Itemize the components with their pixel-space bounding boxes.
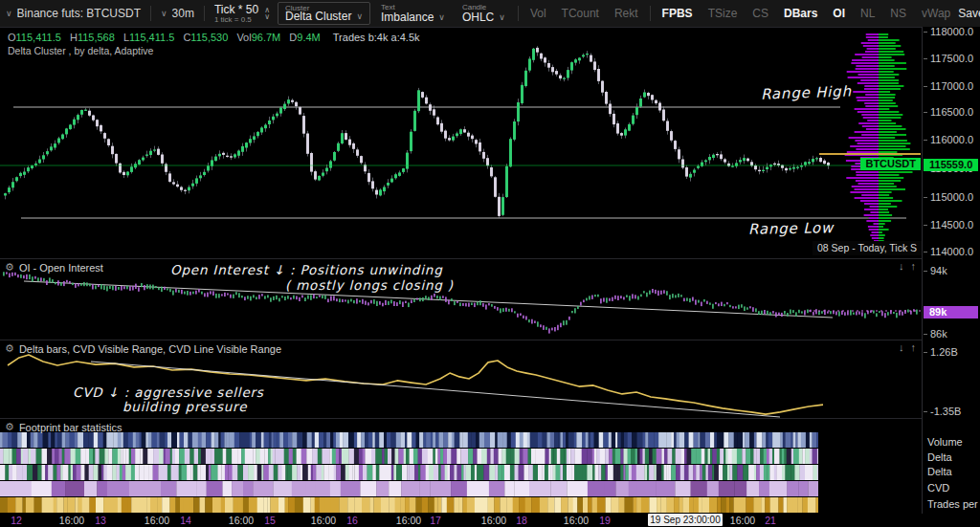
oi-annotation-line1: Open Interest ↓ : Positions unwinding — [170, 262, 443, 277]
price-scale[interactable]: 118000.0117500.0117000.0116500.0116000.0… — [922, 27, 980, 527]
move-panel-up-icon[interactable]: ↑ — [911, 341, 917, 353]
toggle-vol[interactable]: Vol — [530, 7, 546, 20]
divider — [150, 6, 151, 21]
dropdown-value: Imbalance — [381, 11, 434, 23]
symbol-selector[interactable]: ∨ Binance futs: BTCUSDT — [0, 7, 146, 20]
divider — [0, 418, 980, 419]
price-scale-label: 114500.0 — [924, 219, 973, 231]
date-label: 17 — [430, 515, 441, 526]
toggle-fpbs[interactable]: FPBS — [662, 7, 693, 20]
footprint-row-label: Delta — [927, 451, 952, 463]
oi-annotation-line2: ( mostly longs closing ) — [285, 277, 454, 293]
time-label: 16:00 — [481, 515, 506, 526]
range-high-annotation: Range High — [761, 82, 852, 102]
cvd-scale-label: 1.26B — [924, 346, 958, 358]
time-label: 16:00 — [229, 515, 254, 526]
toggle-vwap[interactable]: vWap — [922, 7, 950, 20]
price-scale-label: 116500.0 — [924, 106, 973, 118]
oi-current-label: 89k — [924, 306, 978, 318]
time-label: 16:00 — [396, 515, 421, 526]
toggle-nl[interactable]: NL — [860, 7, 875, 20]
price-scale-label: 118000.0 — [924, 26, 973, 37]
date-label: 19 — [599, 515, 611, 526]
symbol-label: Binance futs: BTCUSDT — [17, 7, 141, 20]
cluster-dropdown[interactable]: ClusterDelta Cluster∨ — [278, 2, 370, 25]
trading-platform-window: ∨ Binance futs: BTCUSDT ∨ 30m Tick * 50 … — [0, 0, 980, 527]
cvd-scale-label: -1.35B — [924, 406, 961, 417]
footprint-statistics-panel[interactable]: ⚙ Footprint bar statistics — [0, 418, 922, 514]
timeframe-selector[interactable]: ∨ 30m — [155, 7, 200, 20]
time-label: 16:00 — [564, 515, 589, 526]
ohlc-readout: O115,411.5 H115,568 L115,411.5 C115,530 … — [8, 32, 420, 43]
tick-size-control[interactable]: Tick * 50 1 tick = 0.5 ∧ ∨ — [209, 4, 276, 24]
divider — [650, 6, 651, 21]
gear-icon[interactable]: ⚙ — [5, 342, 14, 355]
save-template-button[interactable]: Save tpl — [958, 7, 980, 20]
time-axis[interactable]: 19 Sep 23:00:00 1216:001316:001416:00151… — [0, 514, 980, 527]
date-label: 13 — [95, 515, 106, 526]
cvd-panel[interactable]: ⚙ Delta bars, CVD Visible Range, CVD Lin… — [0, 340, 922, 418]
footprint-row-label: CVD — [927, 482, 949, 494]
dropdown-label: Text — [381, 3, 395, 11]
move-panel-down-icon[interactable]: ↓ — [899, 260, 904, 272]
cvd-annotation-line1: CVD ↓ : aggressive sellers — [73, 384, 264, 400]
open-interest-panel[interactable]: ⚙ OI - Open Interest Open Interest ↓ : P… — [0, 258, 922, 340]
toggle-rekt[interactable]: Rekt — [614, 7, 638, 20]
last-price-label: 115559.0 — [924, 159, 978, 171]
chevron-down-icon: ∨ — [438, 11, 445, 23]
price-scale-label: 117000.0 — [924, 80, 973, 92]
toggle-cs[interactable]: CS — [752, 7, 768, 20]
price-scale-label: 115000.0 — [924, 191, 973, 203]
gear-icon[interactable]: ⚙ — [5, 261, 14, 274]
timeframe-label: 30m — [172, 7, 194, 20]
date-label: 16 — [346, 515, 358, 526]
footprint-row-label: Trades per sec — [927, 498, 980, 510]
chevron-down-icon: ∨ — [6, 9, 12, 18]
indicator-subtitle: Delta Cluster , by delta, Adaptive — [8, 45, 153, 56]
time-label: 16:00 — [730, 515, 755, 526]
date-label: 12 — [11, 515, 22, 526]
date-label: 15 — [264, 515, 276, 526]
open-interest-chart[interactable] — [0, 258, 922, 340]
panel-title: Delta bars, CVD Visible Range, CVD Line … — [19, 343, 281, 355]
date-label: 21 — [765, 515, 776, 526]
divider — [0, 340, 980, 340]
candle-type-dropdown[interactable]: CandleOHLC∨ — [456, 2, 512, 25]
price-scale-label: 117500.0 — [924, 53, 973, 64]
chevron-down-icon: ∨ — [499, 11, 505, 23]
divider — [518, 6, 519, 21]
footprint-row-label: Volume — [927, 436, 963, 448]
toggle-ns[interactable]: NS — [890, 7, 906, 20]
price-chart-panel[interactable]: O115,411.5 H115,568 L115,411.5 C115,530 … — [0, 27, 922, 258]
toggle-tcount[interactable]: TCount — [562, 7, 599, 20]
time-label: 16:00 — [311, 515, 336, 526]
move-panel-down-icon[interactable]: ↓ — [899, 341, 904, 353]
divider — [0, 27, 980, 28]
tick-size-label: Tick * 50 — [214, 4, 258, 15]
crosshair-time-label: 19 Sep 23:00:00 — [648, 514, 723, 526]
oi-scale-label: 86k — [924, 328, 947, 340]
divider — [204, 6, 205, 21]
tick-decrease-button[interactable]: ∨ — [264, 13, 270, 20]
toggle-oi[interactable]: OI — [833, 7, 845, 20]
text-mode-dropdown[interactable]: TextImbalance∨ — [374, 2, 452, 25]
mode-dropdowns: ClusterDelta Cluster∨TextImbalance∨Candl… — [276, 2, 514, 25]
tick-size-sub: 1 tick = 0.5 — [214, 15, 258, 24]
panel-title: OI - Open Interest — [19, 262, 103, 274]
cvd-annotation-line2: building pressure — [122, 399, 247, 414]
gear-icon[interactable]: ⚙ — [5, 421, 14, 433]
move-panel-up-icon[interactable]: ↑ — [911, 260, 917, 272]
date-label: 18 — [516, 515, 527, 526]
oi-scale-label: 94k — [924, 265, 947, 276]
dropdown-label: Cluster — [285, 4, 309, 12]
session-info-label: 08 Sep - Today, Tick S — [813, 241, 922, 255]
time-label: 16:00 — [145, 515, 169, 526]
price-scale-label: 114000.0 — [924, 246, 973, 257]
toggle-tsize[interactable]: TSize — [708, 7, 738, 20]
indicator-toggles: VolTCountRektFPBSTSizeCSDBarsOINLNSvWap — [523, 6, 958, 21]
chevron-down-icon: ∨ — [161, 9, 167, 18]
toggle-dbars[interactable]: DBars — [784, 7, 817, 20]
footprint-heatmap[interactable] — [0, 432, 818, 514]
top-toolbar: ∨ Binance futs: BTCUSDT ∨ 30m Tick * 50 … — [0, 0, 980, 27]
dropdown-label: Candle — [462, 3, 486, 11]
